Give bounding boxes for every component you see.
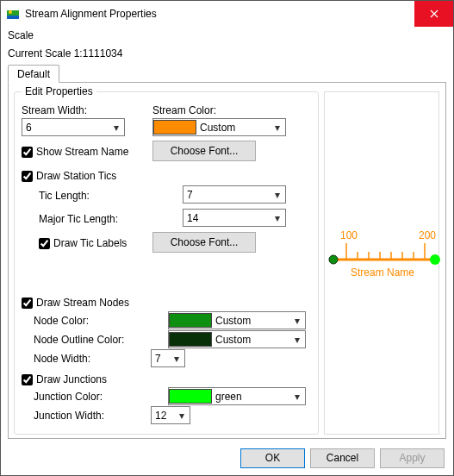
combo-node-color[interactable]: Custom ▾ [168,311,306,329]
swatch-node-color [169,313,212,328]
preview-tick-200: 200 [419,229,436,241]
svg-point-12 [329,255,338,264]
close-button[interactable] [414,1,453,27]
chevron-down-icon: ▾ [289,334,305,346]
combo-stream-color[interactable]: Custom ▾ [152,118,286,136]
menu-bar: Scale [1,27,453,44]
group-edit-legend: Edit Properties [22,85,96,97]
combo-stream-color-value: Custom [196,122,270,134]
chevron-down-icon: ▾ [174,410,190,422]
label-junction-width: Junction Width: [34,410,104,422]
swatch-stream-color [153,120,196,135]
combo-node-outline-color-value: Custom [212,334,289,346]
combo-tic-length-value: 7 [183,189,270,201]
title-bar: Stream Alignment Properties [1,1,453,27]
svg-rect-2 [7,16,19,19]
preview-stream-name: Stream Name [351,266,414,279]
label-node-width: Node Width: [34,353,90,365]
check-draw-station-tics[interactable]: Draw Station Tics [22,170,116,182]
preview-pane: 100 200 Stream Name [324,91,439,435]
button-ok[interactable]: OK [240,448,305,468]
tab-strip: Default [1,65,453,83]
label-tic-length: Tic Length: [39,190,90,202]
app-icon [6,7,20,21]
combo-node-width-value: 7 [152,353,169,365]
combo-stream-width[interactable]: 6 ▾ [22,118,125,136]
button-apply[interactable]: Apply [380,448,445,468]
label-major-tic-length: Major Tic Length: [39,213,118,225]
checkbox-draw-stream-nodes[interactable] [22,298,33,309]
chevron-down-icon: ▾ [270,189,285,201]
combo-junction-width-value: 12 [152,410,174,422]
tab-default[interactable]: Default [8,65,59,83]
label-junction-color: Junction Color: [34,391,103,403]
window-title: Stream Alignment Properties [25,8,414,20]
chevron-down-icon: ▾ [289,391,305,403]
checkbox-show-stream-name[interactable] [22,147,33,158]
button-cancel[interactable]: Cancel [310,448,375,468]
button-choose-font-tics[interactable]: Choose Font... [152,232,256,253]
check-show-stream-name[interactable]: Show Stream Name [22,146,128,158]
check-draw-junctions[interactable]: Draw Junctions [22,373,107,385]
check-draw-tic-labels[interactable]: Draw Tic Labels [39,237,127,249]
svg-point-1 [9,10,12,14]
tab-panel-default: Edit Properties Stream Width: Stream Col… [8,82,446,439]
checkbox-draw-station-tics[interactable] [22,171,33,182]
combo-node-width[interactable]: 7 ▾ [151,349,185,367]
combo-junction-color-value: green [212,391,289,403]
current-scale-label: Current Scale 1:1111034 [1,44,453,65]
swatch-node-outline-color [169,332,212,347]
checkbox-draw-junctions[interactable] [22,374,33,385]
chevron-down-icon: ▾ [289,315,305,327]
chevron-down-icon: ▾ [270,122,285,134]
close-icon [430,9,438,18]
label-show-stream-name: Show Stream Name [36,146,128,158]
combo-major-tic-length[interactable]: 14 ▾ [183,209,286,227]
chevron-down-icon: ▾ [169,353,184,365]
label-stream-width: Stream Width: [22,104,87,116]
label-draw-tic-labels: Draw Tic Labels [53,237,127,249]
button-choose-font-name[interactable]: Choose Font... [152,141,256,161]
combo-junction-width[interactable]: 12 ▾ [151,406,190,424]
label-node-outline-color: Node Outline Color: [34,334,124,346]
preview-graphic: 100 200 Stream Name [325,92,440,435]
svg-point-13 [430,254,440,265]
button-bar: OK Cancel Apply [1,441,453,475]
combo-tic-length[interactable]: 7 ▾ [183,185,286,204]
check-draw-stream-nodes[interactable]: Draw Stream Nodes [22,297,129,309]
label-stream-color: Stream Color: [152,104,216,116]
combo-stream-width-value: 6 [22,122,109,134]
label-node-color: Node Color: [34,315,89,327]
label-draw-station-tics: Draw Station Tics [36,170,116,182]
combo-junction-color[interactable]: green ▾ [168,387,306,405]
chevron-down-icon: ▾ [270,212,285,224]
combo-node-outline-color[interactable]: Custom ▾ [168,330,306,348]
label-draw-junctions: Draw Junctions [36,373,107,385]
group-edit-properties: Edit Properties Stream Width: Stream Col… [14,91,319,435]
chevron-down-icon: ▾ [109,122,124,134]
menu-scale[interactable]: Scale [8,29,34,41]
swatch-junction-color [169,389,212,404]
preview-tick-100: 100 [340,229,358,241]
checkbox-draw-tic-labels[interactable] [39,238,50,249]
combo-node-color-value: Custom [212,315,289,327]
label-draw-stream-nodes: Draw Stream Nodes [36,297,129,309]
combo-major-tic-length-value: 14 [183,212,270,224]
